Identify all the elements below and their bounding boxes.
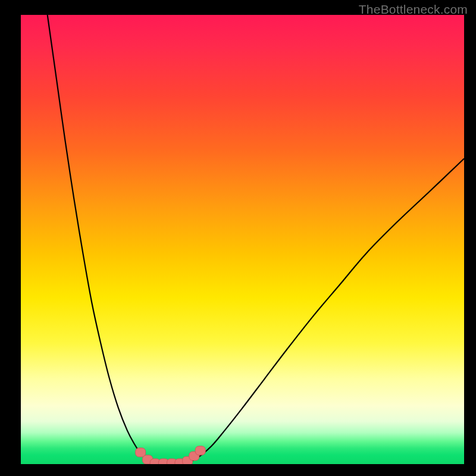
marker-point	[195, 446, 205, 455]
chart-svg	[21, 15, 464, 464]
watermark-text: TheBottleneck.com	[359, 2, 468, 17]
bottleneck-curve	[48, 15, 464, 464]
chart-frame: TheBottleneck.com	[0, 0, 476, 476]
curve-group	[48, 15, 464, 464]
chart-plot-area	[21, 15, 464, 464]
marker-group	[136, 446, 206, 464]
